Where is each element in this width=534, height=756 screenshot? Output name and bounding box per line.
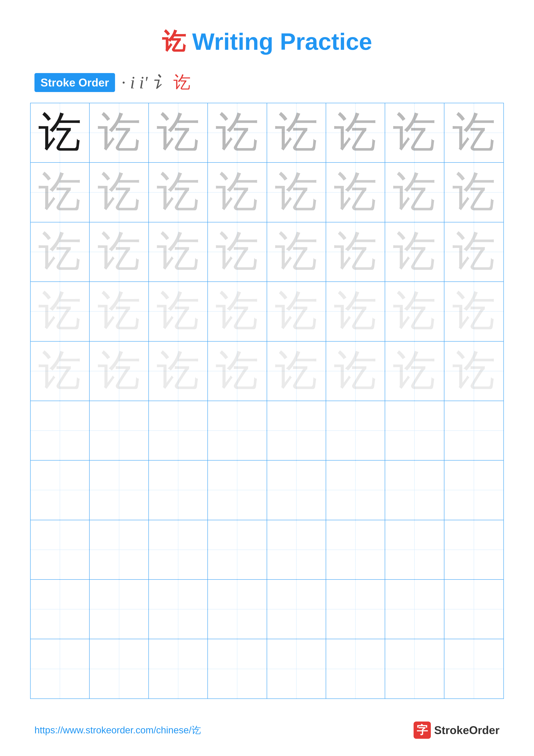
grid-cell-1-7[interactable]: 讫 xyxy=(385,103,444,162)
grid-cell-6-4[interactable] xyxy=(208,401,267,460)
grid-cell-4-7[interactable]: 讫 xyxy=(385,282,444,341)
grid-cell-4-4[interactable]: 讫 xyxy=(208,282,267,341)
grid-cell-10-4[interactable] xyxy=(208,639,267,698)
grid-cell-3-6[interactable]: 讫 xyxy=(326,222,385,282)
grid-cell-2-3[interactable]: 讫 xyxy=(149,163,208,222)
grid-cell-1-8[interactable]: 讫 xyxy=(445,103,503,162)
grid-cell-7-7[interactable] xyxy=(385,461,444,520)
grid-cell-9-3[interactable] xyxy=(149,580,208,639)
grid-cell-7-2[interactable] xyxy=(89,461,149,520)
grid-cell-5-6[interactable]: 讫 xyxy=(326,341,385,401)
grid-cell-4-8[interactable]: 讫 xyxy=(445,282,503,341)
grid-cell-2-6[interactable]: 讫 xyxy=(326,163,385,222)
grid-cell-3-8[interactable]: 讫 xyxy=(445,222,503,282)
grid-cell-6-1[interactable] xyxy=(31,401,89,460)
grid-cell-3-2[interactable]: 讫 xyxy=(89,222,149,282)
grid-cell-8-3[interactable] xyxy=(149,520,208,579)
grid-cell-2-2[interactable]: 讫 xyxy=(89,163,149,222)
grid-cell-6-8[interactable] xyxy=(445,401,503,460)
grid-cell-5-1[interactable]: 讫 xyxy=(31,341,89,401)
grid-cell-6-7[interactable] xyxy=(385,401,444,460)
grid-cell-4-6[interactable]: 讫 xyxy=(326,282,385,341)
grid-cell-4-3[interactable]: 讫 xyxy=(149,282,208,341)
grid-cell-6-5[interactable] xyxy=(267,401,326,460)
grid-cell-8-5[interactable] xyxy=(267,520,326,579)
stroke-step-4: 讠 xyxy=(152,71,169,94)
grid-row-2: 讫 讫 讫 讫 讫 讫 讫 讫 xyxy=(31,163,503,222)
grid-cell-7-1[interactable] xyxy=(31,461,89,520)
grid-cell-6-6[interactable] xyxy=(326,401,385,460)
grid-cell-2-8[interactable]: 讫 xyxy=(445,163,503,222)
grid-row-8 xyxy=(31,520,503,580)
title-chinese: 讫 xyxy=(162,28,186,55)
stroke-order-badge: Stroke Order xyxy=(35,73,115,92)
grid-cell-7-4[interactable] xyxy=(208,461,267,520)
grid-cell-1-6[interactable]: 讫 xyxy=(326,103,385,162)
grid-cell-4-2[interactable]: 讫 xyxy=(89,282,149,341)
stroke-order-steps: · i i' 讠 讫 xyxy=(121,71,191,94)
char-dark: 讫 xyxy=(38,104,81,162)
grid-cell-2-5[interactable]: 讫 xyxy=(267,163,326,222)
grid-row-4: 讫 讫 讫 讫 讫 讫 讫 讫 xyxy=(31,282,503,341)
grid-cell-9-2[interactable] xyxy=(89,580,149,639)
grid-cell-9-4[interactable] xyxy=(208,580,267,639)
grid-cell-1-3[interactable]: 讫 xyxy=(149,103,208,162)
page-title: 讫 Writing Practice xyxy=(0,0,534,71)
grid-cell-1-2[interactable]: 讫 xyxy=(89,103,149,162)
grid-cell-7-6[interactable] xyxy=(326,461,385,520)
grid-cell-1-4[interactable]: 讫 xyxy=(208,103,267,162)
grid-row-1: 讫 讫 讫 讫 讫 讫 讫 讫 xyxy=(31,103,503,163)
grid-cell-2-7[interactable]: 讫 xyxy=(385,163,444,222)
grid-cell-3-5[interactable]: 讫 xyxy=(267,222,326,282)
grid-cell-6-2[interactable] xyxy=(89,401,149,460)
grid-cell-10-5[interactable] xyxy=(267,639,326,698)
footer: https://www.strokeorder.com/chinese/讫 字 … xyxy=(0,721,534,739)
grid-cell-8-1[interactable] xyxy=(31,520,89,579)
grid-cell-10-7[interactable] xyxy=(385,639,444,698)
grid-cell-7-3[interactable] xyxy=(149,461,208,520)
grid-cell-6-3[interactable] xyxy=(149,401,208,460)
stroke-step-3: i' xyxy=(139,73,147,93)
grid-cell-1-5[interactable]: 讫 xyxy=(267,103,326,162)
stroke-step-1: · xyxy=(121,73,126,93)
grid-cell-10-8[interactable] xyxy=(445,639,503,698)
grid-cell-5-3[interactable]: 讫 xyxy=(149,341,208,401)
grid-cell-5-2[interactable]: 讫 xyxy=(89,341,149,401)
grid-cell-5-5[interactable]: 讫 xyxy=(267,341,326,401)
grid-cell-4-1[interactable]: 讫 xyxy=(31,282,89,341)
footer-logo-icon: 字 xyxy=(414,721,431,739)
footer-logo: 字 StrokeOrder xyxy=(414,721,499,739)
grid-cell-9-8[interactable] xyxy=(445,580,503,639)
grid-cell-9-1[interactable] xyxy=(31,580,89,639)
grid-cell-9-7[interactable] xyxy=(385,580,444,639)
grid-row-6 xyxy=(31,401,503,461)
grid-cell-3-4[interactable]: 讫 xyxy=(208,222,267,282)
grid-cell-8-2[interactable] xyxy=(89,520,149,579)
grid-cell-5-8[interactable]: 讫 xyxy=(445,341,503,401)
grid-cell-10-2[interactable] xyxy=(89,639,149,698)
grid-cell-7-5[interactable] xyxy=(267,461,326,520)
grid-row-3: 讫 讫 讫 讫 讫 讫 讫 讫 xyxy=(31,222,503,282)
grid-cell-3-7[interactable]: 讫 xyxy=(385,222,444,282)
grid-cell-8-6[interactable] xyxy=(326,520,385,579)
grid-cell-1-1[interactable]: 讫 xyxy=(31,103,89,162)
grid-cell-8-7[interactable] xyxy=(385,520,444,579)
grid-cell-10-6[interactable] xyxy=(326,639,385,698)
practice-grid: 讫 讫 讫 讫 讫 讫 讫 讫 讫 讫 讫 讫 讫 讫 讫 讫 讫 讫 讫 讫 … xyxy=(30,103,504,699)
grid-cell-7-8[interactable] xyxy=(445,461,503,520)
footer-url[interactable]: https://www.strokeorder.com/chinese/讫 xyxy=(35,724,201,737)
grid-cell-3-1[interactable]: 讫 xyxy=(31,222,89,282)
grid-cell-10-3[interactable] xyxy=(149,639,208,698)
grid-cell-8-4[interactable] xyxy=(208,520,267,579)
grid-cell-9-6[interactable] xyxy=(326,580,385,639)
grid-cell-4-5[interactable]: 讫 xyxy=(267,282,326,341)
grid-cell-10-1[interactable] xyxy=(31,639,89,698)
footer-logo-text: StrokeOrder xyxy=(434,724,499,737)
grid-cell-9-5[interactable] xyxy=(267,580,326,639)
grid-cell-5-4[interactable]: 讫 xyxy=(208,341,267,401)
grid-cell-2-1[interactable]: 讫 xyxy=(31,163,89,222)
grid-cell-2-4[interactable]: 讫 xyxy=(208,163,267,222)
grid-cell-8-8[interactable] xyxy=(445,520,503,579)
grid-cell-3-3[interactable]: 讫 xyxy=(149,222,208,282)
grid-cell-5-7[interactable]: 讫 xyxy=(385,341,444,401)
